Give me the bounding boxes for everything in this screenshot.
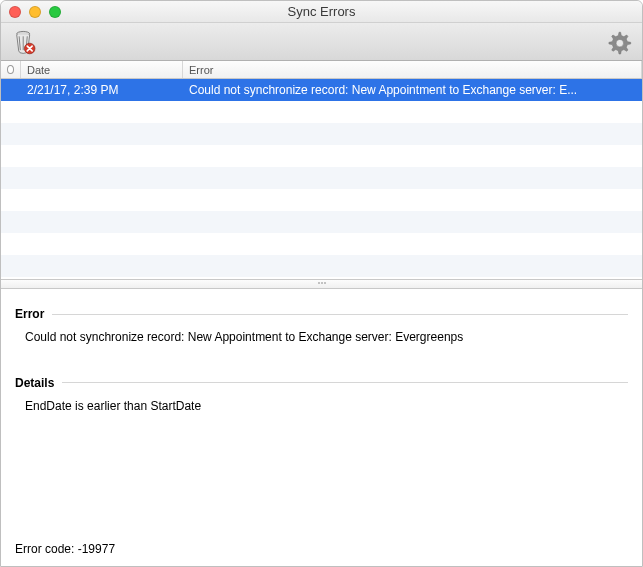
error-section-title: Error — [15, 307, 44, 321]
rule-icon — [62, 382, 628, 383]
table-row[interactable] — [1, 167, 642, 189]
header-select-all[interactable] — [1, 61, 21, 78]
pane-divider[interactable] — [1, 279, 642, 289]
trash-icon — [11, 29, 37, 55]
table-row[interactable] — [1, 233, 642, 255]
error-section: Error Could not synchronize record: New … — [15, 307, 628, 346]
details-section: Details EndDate is earlier than StartDat… — [15, 376, 628, 415]
radio-icon — [7, 65, 14, 74]
table-header: Date Error — [1, 61, 642, 79]
error-list: 2/21/17, 2:39 PM Could not synchronize r… — [1, 79, 642, 279]
minimize-window-button[interactable] — [29, 6, 41, 18]
table-row[interactable] — [1, 123, 642, 145]
toolbar — [1, 23, 642, 61]
gear-icon — [606, 29, 632, 55]
table-row[interactable] — [1, 101, 642, 123]
zoom-window-button[interactable] — [49, 6, 61, 18]
close-window-button[interactable] — [9, 6, 21, 18]
row-error: Could not synchronize record: New Appoin… — [183, 83, 642, 97]
header-date[interactable]: Date — [21, 61, 183, 78]
titlebar: Sync Errors — [1, 1, 642, 23]
details-section-body: EndDate is earlier than StartDate — [15, 398, 628, 415]
table-row[interactable] — [1, 145, 642, 167]
error-code-label: Error code: — [15, 542, 74, 556]
table-row[interactable] — [1, 255, 642, 277]
table-row[interactable] — [1, 211, 642, 233]
error-section-body: Could not synchronize record: New Appoin… — [15, 329, 628, 346]
row-date: 2/21/17, 2:39 PM — [21, 83, 183, 97]
header-error[interactable]: Error — [183, 61, 642, 78]
table-row[interactable]: 2/21/17, 2:39 PM Could not synchronize r… — [1, 79, 642, 101]
sync-errors-window: Sync Errors — [0, 0, 643, 567]
error-code-line: Error code: -19977 — [15, 542, 628, 556]
delete-button[interactable] — [9, 27, 39, 57]
error-code-value: -19977 — [78, 542, 115, 556]
details-section-title: Details — [15, 376, 54, 390]
svg-point-2 — [616, 39, 623, 46]
table-row[interactable] — [1, 189, 642, 211]
settings-button[interactable] — [604, 27, 634, 57]
rule-icon — [52, 314, 628, 315]
grip-icon — [317, 282, 327, 286]
detail-pane: Error Could not synchronize record: New … — [1, 289, 642, 566]
window-controls — [9, 6, 61, 18]
window-title: Sync Errors — [1, 4, 642, 19]
